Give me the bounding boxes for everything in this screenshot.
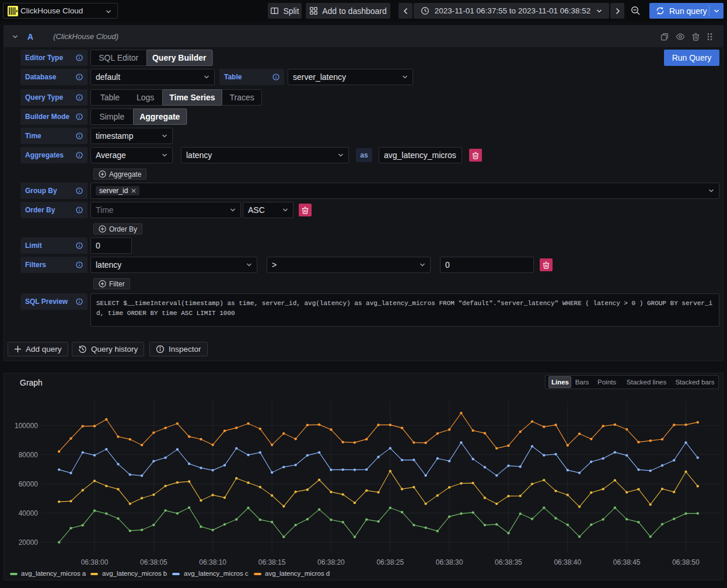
svg-text:06:38:20: 06:38:20	[317, 558, 345, 566]
svg-text:60000: 60000	[19, 480, 39, 488]
svg-text:80000: 80000	[19, 451, 39, 459]
svg-text:20000: 20000	[19, 538, 39, 547]
svg-text:06:38:45: 06:38:45	[613, 558, 641, 566]
svg-text:06:38:35: 06:38:35	[495, 558, 522, 566]
svg-text:06:38:25: 06:38:25	[376, 558, 404, 566]
svg-text:06:38:15: 06:38:15	[258, 558, 286, 566]
svg-text:06:38:50: 06:38:50	[672, 558, 700, 566]
svg-text:06:38:00: 06:38:00	[81, 558, 109, 566]
svg-text:40000: 40000	[19, 509, 39, 517]
svg-text:06:38:05: 06:38:05	[140, 558, 167, 566]
svg-text:100000: 100000	[15, 422, 38, 430]
svg-text:06:38:30: 06:38:30	[436, 558, 463, 566]
svg-text:06:38:10: 06:38:10	[199, 558, 226, 566]
svg-text:06:38:40: 06:38:40	[554, 558, 581, 566]
